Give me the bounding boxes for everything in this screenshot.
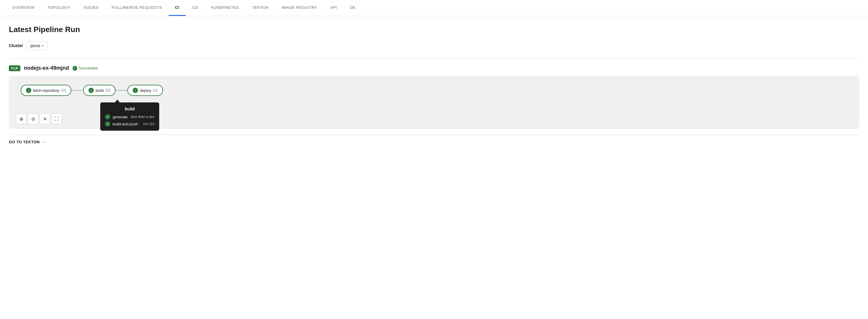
- cluster-row: Cluster janus ▾: [9, 41, 859, 50]
- node-count: 1/1: [61, 88, 66, 93]
- expand-button[interactable]: ⛶: [51, 114, 62, 124]
- node-label: fetch-repository: [33, 88, 60, 93]
- pipeline-node-fetch-repository[interactable]: ✓ fetch-repository 1/1: [21, 85, 71, 96]
- zoom-out-button[interactable]: ⊖: [28, 114, 38, 124]
- tab-tekton[interactable]: TEKTON: [246, 0, 275, 16]
- node-label: build: [96, 88, 103, 93]
- node-check-icon: ✓: [26, 88, 31, 93]
- pipeline-node-build[interactable]: ✓ build 2/2: [83, 85, 116, 96]
- build-tooltip: build ✓ generate less than a sec ✓ build…: [100, 100, 159, 131]
- tooltip-arrow: [115, 100, 120, 102]
- zoom-in-icon: ⊕: [20, 116, 23, 122]
- node-count: 2/2: [105, 88, 111, 93]
- plr-badge: PLR: [9, 65, 20, 71]
- pipeline-run-header: PLR nodejs-ex-49mjnd ✓ Succeeded: [9, 65, 859, 71]
- tab-pull-merge-requests[interactable]: PULL/MERGE REQUESTS: [105, 0, 168, 16]
- step-time: 1m 11s: [143, 122, 154, 126]
- main-content: Latest Pipeline Run Cluster janus ▾ PLR …: [0, 16, 868, 149]
- tab-de[interactable]: DE: [343, 0, 362, 16]
- node-check-icon: ✓: [88, 88, 94, 93]
- succeeded-badge: ✓ Succeeded: [72, 66, 98, 71]
- tab-kubernetes[interactable]: KUBERNETES: [205, 0, 246, 16]
- reset-button[interactable]: ✕: [39, 114, 50, 124]
- close-icon: ✕: [43, 116, 47, 122]
- expand-icon: ⛶: [54, 116, 59, 121]
- cluster-value: janus: [30, 43, 40, 48]
- node-check-icon: ✓: [133, 88, 138, 93]
- check-icon: ✓: [72, 66, 77, 71]
- diagram-toolbar: ⊕ ⊖ ✕ ⛶: [16, 114, 62, 124]
- tab-cd[interactable]: CD: [186, 0, 205, 16]
- node-count: 1/1: [153, 88, 158, 93]
- node-connector: [116, 90, 127, 91]
- tooltip-step-generate: ✓ generate less than a sec: [105, 114, 154, 119]
- pipeline-diagram: ✓ fetch-repository 1/1 ✓ build 2/2 ✓ dep…: [9, 76, 859, 129]
- tab-ci[interactable]: CI: [168, 0, 186, 16]
- section-divider: [9, 58, 859, 59]
- node-connector: [71, 90, 83, 91]
- pipeline-run-name: nodejs-ex-49mjnd: [24, 65, 69, 71]
- tooltip-step-build-and-push: ✓ build-and-push 1m 11s: [105, 121, 154, 127]
- step-check-icon: ✓: [105, 121, 110, 127]
- node-label: deploy: [140, 88, 151, 93]
- step-name: generate: [113, 115, 129, 119]
- chevron-down-icon: ▾: [42, 44, 44, 47]
- go-to-tekton-label: GO TO TEKTON: [9, 140, 40, 144]
- tooltip-box: build ✓ generate less than a sec ✓ build…: [100, 102, 159, 131]
- page-title: Latest Pipeline Run: [9, 25, 859, 34]
- tab-overview[interactable]: OVERVIEW: [6, 0, 41, 16]
- tab-topology[interactable]: TOPOLOGY: [41, 0, 77, 16]
- zoom-out-icon: ⊖: [31, 116, 35, 122]
- step-time: less than a sec: [131, 115, 154, 119]
- tab-api[interactable]: API: [324, 0, 343, 16]
- status-text: Succeeded: [79, 66, 98, 70]
- arrow-icon: →: [42, 140, 46, 144]
- zoom-in-button[interactable]: ⊕: [16, 114, 27, 124]
- pipeline-node-deploy[interactable]: ✓ deploy 1/1: [127, 85, 163, 96]
- navigation-tabs: OVERVIEWTOPOLOGYISSUESPULL/MERGE REQUEST…: [0, 0, 868, 16]
- pipeline-nodes: ✓ fetch-repository 1/1 ✓ build 2/2 ✓ dep…: [21, 85, 847, 96]
- go-to-tekton-link[interactable]: GO TO TEKTON →: [9, 135, 859, 149]
- tooltip-title: build: [105, 107, 154, 111]
- tab-issues[interactable]: ISSUES: [77, 0, 105, 16]
- tab-image-registry[interactable]: IMAGE REGISTRY: [275, 0, 324, 16]
- step-check-icon: ✓: [105, 114, 110, 119]
- cluster-label: Cluster: [9, 43, 23, 48]
- step-name: build-and-push: [113, 122, 141, 126]
- cluster-select[interactable]: janus ▾: [27, 41, 47, 50]
